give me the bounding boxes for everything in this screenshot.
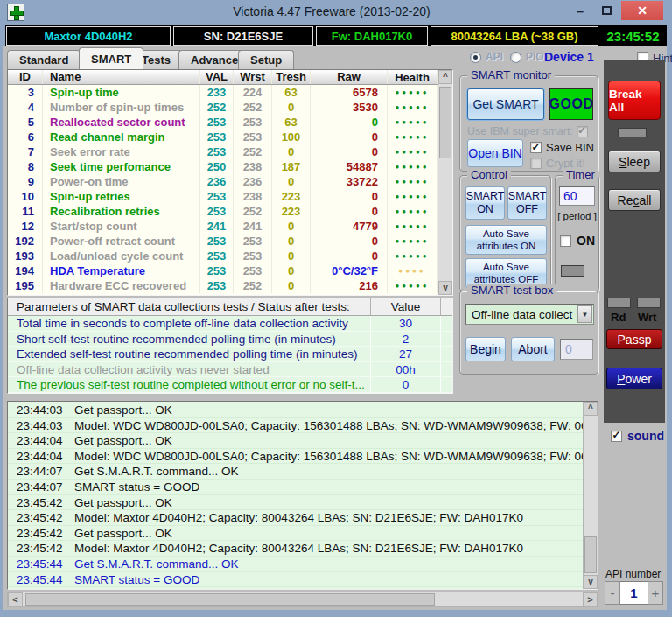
autosave-on-button[interactable]: Auto Save attributes ON <box>466 225 547 255</box>
smart-attribute-row[interactable]: 193Load/unload cycle count25325300●●●●● <box>8 249 452 263</box>
timer-on-label: ON <box>577 234 595 248</box>
attr-wrst: 252 <box>234 204 272 219</box>
side-button-strip: Break All Sleep Recall Rd Wrt Passp Powe… <box>604 60 665 423</box>
smart-table-scrollbar[interactable]: ^ v <box>438 70 452 295</box>
attr-val: 252 <box>200 100 234 115</box>
param-row[interactable]: Total time in seconds to complete off-li… <box>8 316 452 332</box>
scrollbar-thumb[interactable] <box>439 87 452 158</box>
attr-id: 192 <box>8 234 43 249</box>
attr-name: Power-off retract count <box>43 234 200 249</box>
api-radio[interactable] <box>470 52 481 63</box>
header-tresh[interactable]: Tresh <box>272 70 311 84</box>
smart-attribute-row[interactable]: 194HDA Temperature25325300°C/32°F●●●● <box>8 263 452 278</box>
smart-attribute-row[interactable]: 9Power-on time236236033722●●●●● <box>8 174 452 189</box>
tab-strip: Standard SMART Tests Advanced Setup API … <box>4 47 667 69</box>
header-id[interactable]: ID <box>8 70 43 84</box>
passport-button[interactable]: Passp <box>606 329 662 349</box>
attr-name: Read channel margin <box>43 130 200 144</box>
log-message: Get S.M.A.R.T. command... OK <box>60 464 239 479</box>
header-health[interactable]: Health <box>388 70 438 84</box>
smart-params-table: Parameters of SMART data collections tes… <box>7 298 453 394</box>
device-info-bar: Maxtor 4D040H2 SN: D21E6SJE Fw: DAH017K0… <box>5 25 667 46</box>
param-row[interactable]: The previous self-test routine completed… <box>8 377 452 393</box>
attr-id: 195 <box>8 278 43 293</box>
smart-attribute-row[interactable]: 8Seek time perfomance25023818754887●●●●● <box>8 159 452 174</box>
tab-setup[interactable]: Setup <box>238 50 294 69</box>
attr-raw: 6578 <box>311 85 388 100</box>
attr-val: 236 <box>200 174 234 189</box>
open-bin-button[interactable]: Open BIN <box>467 139 523 167</box>
log-horizontal-scrollbar[interactable]: < > <box>7 592 598 607</box>
api-minus-button[interactable]: - <box>605 581 620 605</box>
scroll-down-icon[interactable]: v <box>438 281 452 295</box>
smart-attribute-row[interactable]: 11Recalibration retries2532522230●●●●● <box>8 204 452 219</box>
smart-on-button[interactable]: SMART ON <box>466 186 505 220</box>
log-line: 23:45:42Model: Maxtor 4D040H2; Capacity:… <box>8 541 583 557</box>
smart-attribute-row[interactable]: 12Start/stop count24124104779●●●●● <box>8 219 452 234</box>
power-button[interactable]: Power <box>606 368 662 389</box>
attr-name: Number of spin-up times <box>43 100 200 115</box>
abort-button[interactable]: Abort <box>511 337 555 361</box>
smart-attribute-row[interactable]: 6Read channel margin2532531000●●●●● <box>8 130 452 144</box>
attr-name: Start/stop count <box>43 219 200 234</box>
break-all-button[interactable]: Break All <box>608 81 661 120</box>
health-dots: ●●●● <box>388 263 438 278</box>
close-button[interactable]: ✕ <box>621 1 663 20</box>
smart-attribute-row[interactable]: 5Reallocated sector count253253630●●●●● <box>8 115 452 130</box>
api-plus-button[interactable]: + <box>648 581 663 605</box>
scroll-up-icon[interactable]: ^ <box>584 402 598 416</box>
smart-attribute-row[interactable]: 3Spin-up time233224636578●●●●● <box>8 85 452 100</box>
smart-attribute-row[interactable]: 10Spin-up retries2532382230●●●●● <box>8 189 452 204</box>
victoria-window: Victoria 4.47 Freeware (2013-02-20) – ✕ … <box>0 0 672 617</box>
param-text: The previous self-test routine completed… <box>8 377 370 392</box>
scroll-down-icon[interactable]: v <box>584 575 598 589</box>
param-row[interactable]: Short self-test routine recommended poll… <box>8 332 452 347</box>
log-line: 23:45:44SMART status = GOOD <box>8 572 583 588</box>
recall-button[interactable]: Recall <box>608 189 661 211</box>
smart-table-header: ID Name VAL Wrst Tresh Raw Health <box>8 70 452 85</box>
scroll-right-icon[interactable]: > <box>583 592 598 606</box>
minimize-button[interactable]: – <box>569 0 592 21</box>
get-smart-button[interactable]: Get SMART <box>467 88 544 120</box>
health-dots: ●●●●● <box>388 249 438 263</box>
crypt-checkbox[interactable] <box>530 158 542 169</box>
param-row[interactable]: Extended self-test routine recommended p… <box>8 347 452 362</box>
right-panel: SMART monitor Get SMART GOOD Use IBM sup… <box>455 69 604 398</box>
smart-attribute-row[interactable]: 4Number of spin-up times25225203530●●●●● <box>8 100 452 115</box>
test-select[interactable]: Off-line data collect ▼ <box>466 304 594 325</box>
smart-off-button[interactable]: SMART OFF <box>508 186 547 220</box>
begin-button[interactable]: Begin <box>466 337 506 361</box>
tab-standard[interactable]: Standard <box>7 50 80 69</box>
ibm-super-smart-checkbox[interactable]: ✓ <box>577 126 588 137</box>
chevron-down-icon[interactable]: ▼ <box>578 305 592 323</box>
smart-attribute-row[interactable]: 195Hardware ECC recovered2532520216●●●●● <box>8 278 452 293</box>
test-counter-field[interactable] <box>560 339 593 360</box>
header-name[interactable]: Name <box>43 70 200 84</box>
header-val[interactable]: VAL <box>200 70 234 84</box>
pio-radio[interactable] <box>510 52 522 63</box>
log-message: Model: Maxtor 4D040H2; Capacity: 8004326… <box>60 541 523 556</box>
timer-on-checkbox[interactable] <box>560 235 571 247</box>
scrollbar-thumb[interactable] <box>584 536 597 573</box>
scroll-up-icon[interactable]: ^ <box>438 70 452 84</box>
title-bar[interactable]: Victoria 4.47 Freeware (2013-02-20) – ✕ <box>0 0 672 25</box>
maximize-button[interactable] <box>595 0 618 21</box>
header-wrst[interactable]: Wrst <box>234 70 272 84</box>
smart-attribute-row[interactable]: 7Seek error rate25325200●●●●● <box>8 144 452 159</box>
param-row[interactable]: Off-line data collection activity was ne… <box>8 362 452 378</box>
scroll-left-icon[interactable]: < <box>8 592 23 606</box>
sleep-button[interactable]: Sleep <box>608 151 661 172</box>
tab-smart[interactable]: SMART <box>79 47 144 69</box>
timer-period-input[interactable] <box>559 186 595 206</box>
device-selector[interactable]: Device 1 <box>544 50 594 64</box>
save-bin-label: Save BIN <box>546 141 594 154</box>
header-raw[interactable]: Raw <box>311 70 388 84</box>
smart-monitor-title: SMART monitor <box>467 68 555 81</box>
scrollbar-thumb[interactable] <box>25 593 435 606</box>
sound-checkbox[interactable]: ✓ <box>611 431 622 442</box>
params-table-body: Total time in seconds to complete off-li… <box>8 316 452 393</box>
api-number-value[interactable] <box>620 581 648 605</box>
log-scrollbar[interactable]: ^ v <box>583 402 598 589</box>
save-bin-checkbox[interactable]: ✓ <box>530 142 542 153</box>
smart-attribute-row[interactable]: 192Power-off retract count25325300●●●●● <box>8 234 452 249</box>
